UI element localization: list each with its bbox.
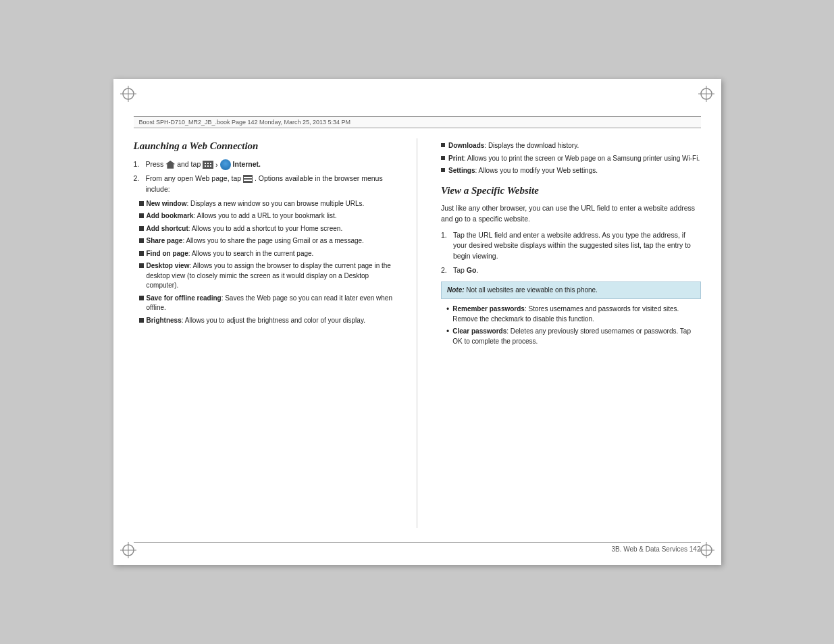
view-step-1: 1. Tap the URL field and enter a website… <box>441 230 701 262</box>
section-title-view-website: View a Specific Website <box>441 183 701 198</box>
bullet-square <box>139 213 144 218</box>
note-box: Note: Not all websites are viewable on t… <box>441 281 701 300</box>
list-item-downloads: Downloads: Displays the download history… <box>441 141 701 151</box>
right-column: Downloads: Displays the download history… <box>441 138 701 528</box>
bullet-square <box>139 226 144 231</box>
bullet-square <box>139 201 144 206</box>
grid-icon <box>203 161 213 169</box>
bullet-square <box>441 156 445 160</box>
main-content: Launching a Web Connection 1. Press and … <box>134 138 701 528</box>
home-icon <box>165 161 175 169</box>
bullet-square <box>139 318 144 323</box>
bullet-square <box>139 296 144 300</box>
note-text: Not all websites are viewable on this ph… <box>466 286 598 294</box>
column-divider <box>417 138 417 528</box>
header-bar: Boost SPH-D710_MR2_JB_.book Page 142 Mon… <box>134 116 701 128</box>
step-2: 2. From any open Web page, tap . Options… <box>134 173 394 195</box>
reg-mark-tr <box>698 86 714 102</box>
list-item-save-offline: Save for offline reading: Saves the Web … <box>139 294 394 313</box>
header-text: Boost SPH-D710_MR2_JB_.book Page 142 Mon… <box>139 119 351 126</box>
list-item-desktop-view: Desktop view: Allows you to assign the b… <box>139 261 394 291</box>
reg-mark-tl <box>120 86 136 102</box>
list-item-new-window: New window: Displays a new window so you… <box>139 199 394 209</box>
list-item-add-shortcut: Add shortcut: Allows you to add a shortc… <box>139 224 394 234</box>
view-step-2: 2. Tap Go. <box>441 265 701 276</box>
footer-text: 3B. Web & Data Services 142 <box>611 545 700 553</box>
view-website-steps: 1. Tap the URL field and enter a website… <box>441 230 701 276</box>
note-label: Note: <box>447 286 465 294</box>
step1-press: Press <box>146 160 164 168</box>
section2-intro: Just like any other browser, you can use… <box>441 203 701 225</box>
bullet-square <box>139 251 144 256</box>
bullet-square <box>139 238 144 243</box>
bullet-square <box>441 143 445 147</box>
list-item-clear-passwords: Clear passwords: Deletes any previously … <box>446 327 701 346</box>
bullet-square <box>139 263 144 268</box>
launching-steps: 1. Press and tap › Internet. 2. From any… <box>134 159 394 195</box>
list-item-remember-passwords: Remember passwords: Stores usernames and… <box>446 304 701 324</box>
footer: 3B. Web & Data Services 142 <box>134 542 701 553</box>
step1-internet: Internet. <box>233 160 261 168</box>
view-step2-tap: Tap <box>453 266 465 274</box>
list-item-find-on-page: Find on page: Allows you to search in th… <box>139 249 394 259</box>
menu-icon <box>243 175 253 183</box>
section-title-launching: Launching a Web Connection <box>134 138 394 154</box>
bullet-square <box>441 168 445 172</box>
browser-options-list: New window: Displays a new window so you… <box>139 199 394 326</box>
list-item-share-page: Share page: Allows you to share the page… <box>139 236 394 246</box>
view-step1-text: Tap the URL field and enter a website ad… <box>453 230 701 262</box>
list-item-add-bookmark: Add bookmark: Allows you to add a URL to… <box>139 211 394 221</box>
step1-and-tap: and tap <box>177 160 201 168</box>
page: Boost SPH-D710_MR2_JB_.book Page 142 Mon… <box>113 79 721 565</box>
left-column: Launching a Web Connection 1. Press and … <box>134 138 394 528</box>
globe-icon <box>220 159 231 170</box>
password-options-list: Remember passwords: Stores usernames and… <box>446 304 701 346</box>
step-1: 1. Press and tap › Internet. <box>134 159 394 171</box>
step2-prefix: From any open Web page, tap <box>146 174 242 182</box>
list-item-brightness: Brightness: Allows you to adjust the bri… <box>139 316 394 326</box>
list-item-print: Print: Allows you to print the screen or… <box>441 154 701 164</box>
list-item-settings: Settings: Allows you to modify your Web … <box>441 166 701 176</box>
right-bullet-list: Downloads: Displays the download history… <box>441 141 701 176</box>
view-step2-go: Go <box>467 266 477 274</box>
